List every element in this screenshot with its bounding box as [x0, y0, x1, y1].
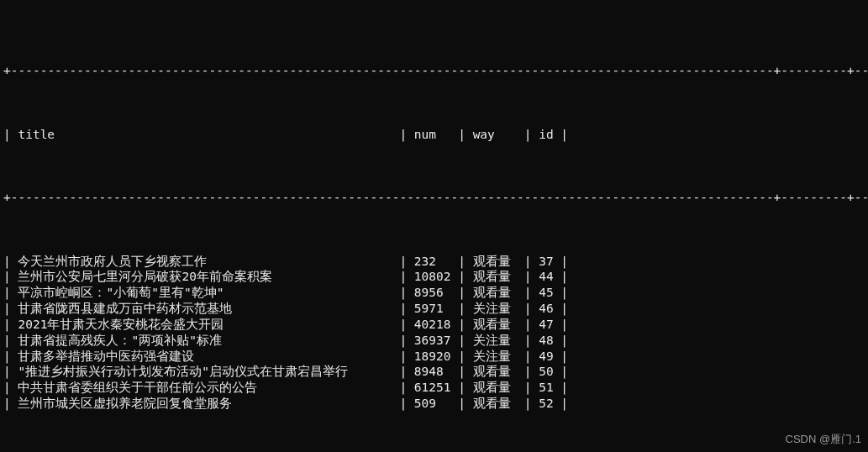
table1-header-row: | title | num | way | id | [3, 127, 865, 143]
cell-title: 甘肃省提高残疾人："两项补贴"标准 [18, 333, 399, 349]
terminal-output[interactable]: +---------------------------------------… [0, 0, 868, 452]
cell-way: 观看量 [473, 364, 524, 380]
cell-id: 45 [539, 285, 560, 301]
cell-num: 8956 [414, 285, 458, 301]
table-row: | 中共甘肃省委组织关于干部任前公示的公告| 61251| 观看量| 51| [3, 380, 865, 396]
table-row: | 平凉市崆峒区："小葡萄"里有"乾坤"| 8956| 观看量| 45| [3, 285, 865, 301]
cell-id: 51 [539, 380, 560, 396]
cell-way: 观看量 [473, 285, 524, 301]
cell-num: 36937 [414, 333, 458, 349]
table-row: | "推进乡村振兴行动计划发布活动"启动仪式在甘肃宕昌举行| 8948| 观看量… [3, 364, 865, 380]
cell-num: 509 [414, 396, 458, 412]
cell-title: 今天兰州市政府人员下乡视察工作 [18, 254, 399, 270]
cell-title: 兰州市城关区虚拟养老院回复食堂服务 [18, 396, 399, 412]
cell-title: 甘肃省陇西县建成万亩中药材示范基地 [18, 301, 399, 317]
cell-num: 5971 [414, 301, 458, 317]
table1-top-border: +---------------------------------------… [3, 63, 865, 79]
table1-mid-border: +---------------------------------------… [3, 190, 865, 206]
cell-id: 46 [539, 301, 560, 317]
watermark: CSDN @雁门.1 [786, 433, 862, 447]
col-header-title: title [18, 127, 399, 143]
cell-way: 观看量 [473, 269, 524, 285]
cell-id: 44 [539, 269, 560, 285]
cell-id: 49 [539, 349, 560, 365]
col-header-num: num [414, 127, 458, 143]
cell-id: 48 [539, 333, 560, 349]
table-row: | 兰州市城关区虚拟养老院回复食堂服务| 509| 观看量| 52| [3, 396, 865, 412]
cell-way: 关注量 [473, 349, 524, 365]
table-row: | 今天兰州市政府人员下乡视察工作| 232| 观看量| 37| [3, 254, 865, 270]
cell-title: 兰州市公安局七里河分局破获20年前命案积案 [18, 269, 399, 285]
table-row: | 甘肃省提高残疾人："两项补贴"标准| 36937| 关注量| 48| [3, 333, 865, 349]
cell-way: 观看量 [473, 380, 524, 396]
cell-way: 关注量 [473, 301, 524, 317]
table-row: | 2021年甘肃天水秦安桃花会盛大开园| 40218| 观看量| 47| [3, 317, 865, 333]
cell-title: "推进乡村振兴行动计划发布活动"启动仪式在甘肃宕昌举行 [18, 364, 399, 380]
table-row: | 兰州市公安局七里河分局破获20年前命案积案| 10802| 观看量| 44| [3, 269, 865, 285]
col-header-id: id [539, 127, 560, 143]
col-header-way: way [473, 127, 524, 143]
cell-num: 61251 [414, 380, 458, 396]
cell-num: 18920 [414, 349, 458, 365]
cell-num: 8948 [414, 364, 458, 380]
cell-way: 观看量 [473, 317, 524, 333]
table-row: | 甘肃多举措推动中医药强省建设| 18920| 关注量| 49| [3, 349, 865, 365]
cell-title: 平凉市崆峒区："小葡萄"里有"乾坤" [18, 285, 399, 301]
cell-num: 232 [414, 254, 458, 270]
cell-id: 47 [539, 317, 560, 333]
cell-id: 52 [539, 396, 560, 412]
cell-way: 关注量 [473, 333, 524, 349]
cell-num: 10802 [414, 269, 458, 285]
cell-num: 40218 [414, 317, 458, 333]
cell-title: 2021年甘肃天水秦安桃花会盛大开园 [18, 317, 399, 333]
cell-id: 50 [539, 364, 560, 380]
cell-title: 中共甘肃省委组织关于干部任前公示的公告 [18, 380, 399, 396]
cell-way: 观看量 [473, 254, 524, 270]
cell-way: 观看量 [473, 396, 524, 412]
cell-id: 37 [539, 254, 560, 270]
table-row: | 甘肃省陇西县建成万亩中药材示范基地| 5971| 关注量| 46| [3, 301, 865, 317]
cell-title: 甘肃多举措推动中医药强省建设 [18, 349, 399, 365]
